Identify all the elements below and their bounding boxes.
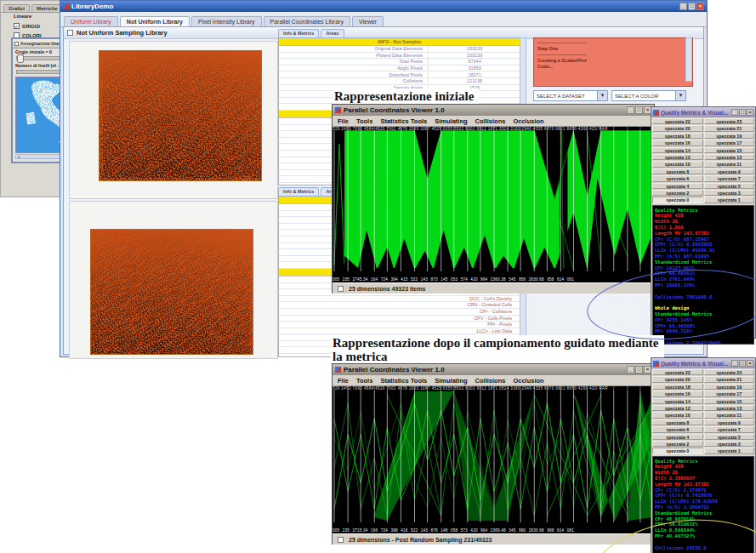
status-checkbox-icon[interactable] (338, 537, 344, 543)
close-icon[interactable]: × (696, 3, 704, 10)
spezzata-button[interactable]: spezzata 14 (652, 147, 703, 153)
spezzata-button[interactable]: spezzata 11 (704, 161, 755, 167)
spezzata-button[interactable]: spezzata 12 (652, 405, 703, 411)
spezzata-button[interactable]: spezzata 1 (704, 197, 755, 202)
spezzata-button[interactable]: spezzata 18 (652, 384, 703, 390)
color-select[interactable]: SELECT A COLOR ▼ (611, 90, 686, 101)
spezzata-button[interactable]: spezzata 0 (652, 197, 703, 202)
table-row[interactable]: CPr - Collisions (279, 309, 520, 316)
minimize-icon[interactable]: _ (627, 366, 634, 373)
chevron-down-icon[interactable]: ▼ (675, 91, 685, 100)
menu-item[interactable]: Statistics Tools (380, 117, 427, 125)
spezzata-button[interactable]: spezzata 8 (652, 168, 703, 174)
menu-item[interactable]: Simulating (435, 117, 467, 125)
table-row[interactable]: CPV - Cells Pixels (279, 316, 520, 322)
scatter-plot-2[interactable] (90, 229, 253, 355)
menu-item[interactable]: Collisions (475, 377, 506, 385)
pc1-titlebar[interactable]: Parallel Coordinates Viewer 1.0 _ □ × (333, 105, 654, 116)
maximize-icon[interactable]: □ (635, 366, 643, 373)
spezzata-button[interactable]: spezzata 20 (652, 376, 703, 382)
spezzata-button[interactable]: spezzata 4 (652, 434, 703, 440)
spezzata-button[interactable]: spezzata 4 (652, 183, 703, 189)
status-checkbox-icon[interactable] (338, 286, 344, 292)
spezzata-button[interactable]: spezzata 10 (652, 161, 703, 167)
maximize-icon[interactable]: □ (688, 3, 696, 10)
panel-tab[interactable]: Metriche (31, 4, 63, 12)
close-icon[interactable]: × (747, 109, 753, 116)
table-row[interactable]: Alight Pixels 31859 (279, 66, 520, 72)
library-tab[interactable]: Not Uniform Library (120, 16, 190, 26)
maximize-icon[interactable]: □ (635, 106, 643, 114)
maximize-icon[interactable]: □ (739, 360, 746, 367)
spezzata-button[interactable]: spezzata 10 (652, 412, 703, 418)
table-row[interactable]: Total Pixels 67344 (279, 59, 520, 66)
table-row[interactable]: Disturbed Pixels 18271 (279, 71, 520, 78)
spezzata-button[interactable]: spezzata 11 (704, 412, 755, 418)
menu-item[interactable]: Tools (356, 377, 372, 385)
spezzata-button[interactable]: spezzata 12 (652, 154, 703, 160)
pc2-titlebar[interactable]: Parallel Coordinates Viewer 1.0 _ □ × (333, 364, 654, 375)
spezzata-button[interactable]: spezzata 20 (652, 125, 703, 131)
spezzata-button[interactable]: spezzata 17 (704, 140, 755, 145)
library-tab[interactable]: Pixel Intensity Library (191, 16, 262, 26)
spezzata-button[interactable]: spezzata 8 (652, 419, 703, 425)
library-tab[interactable]: Viewer (352, 16, 384, 26)
spezzata-button[interactable]: spezzata 23 (704, 118, 755, 124)
spezzata-button[interactable]: spezzata 19 (704, 133, 755, 139)
dataset-select[interactable]: SELECT A DATASET ▼ (533, 90, 608, 101)
slider-thumb[interactable] (17, 54, 24, 63)
menu-item[interactable]: Occlusion (513, 377, 543, 385)
grigio-checkbox[interactable] (14, 23, 20, 29)
pc2-plot[interactable]: 729 2453 7092 4584 4529 7001 4578 2003 1… (333, 386, 654, 533)
spezzata-button[interactable]: spezzata 9 (704, 419, 755, 425)
spezzata-button[interactable]: spezzata 1 (704, 448, 755, 453)
close-icon[interactable]: × (747, 360, 753, 367)
section-tab[interactable]: Areas (321, 29, 344, 37)
menu-item[interactable]: Collisions (475, 117, 506, 125)
spezzata-button[interactable]: spezzata 0 (652, 448, 703, 453)
spezzata-button[interactable]: spezzata 2 (652, 441, 703, 447)
spezzata-button[interactable]: spezzata 19 (704, 384, 755, 390)
spezzata-button[interactable]: spezzata 13 (704, 154, 755, 160)
menu-item[interactable]: Simulating (435, 377, 467, 385)
pc1-plot[interactable]: 729 2453 7092 4584 4529 7001 4578 2003 1… (333, 127, 654, 282)
spezzata-button[interactable]: spezzata 21 (704, 125, 755, 131)
spezzata-button[interactable]: spezzata 22 (652, 369, 703, 375)
menu-item[interactable]: Statistics Tools (380, 377, 427, 385)
table-row[interactable]: PPr - Pixels (279, 322, 520, 328)
menu-item[interactable]: File (338, 117, 349, 125)
minimize-icon[interactable]: _ (731, 360, 738, 367)
section-tab[interactable]: Info & Metrics (278, 187, 319, 196)
spezzata-button[interactable]: spezzata 18 (652, 133, 703, 139)
panel-checkbox-icon[interactable] (67, 30, 73, 36)
librarydemo-titlebar[interactable]: LibraryDemo _ □ × (60, 1, 707, 12)
spezzata-button[interactable]: spezzata 2 (652, 190, 703, 196)
table-row[interactable]: Plotted Data Elements 153139 (279, 53, 520, 60)
qm2-titlebar[interactable]: Quality Metrics & Visual... _ □ × (651, 358, 755, 368)
table-row[interactable]: CRN - Crowded Cells (279, 302, 520, 309)
table-row[interactable]: LLCn - Lost Data (279, 328, 520, 335)
maximize-icon[interactable]: □ (739, 109, 746, 116)
spezzata-button[interactable]: spezzata 3 (704, 441, 755, 447)
spezzata-button[interactable]: spezzata 22 (652, 118, 703, 124)
spezzata-button[interactable]: spezzata 16 (652, 391, 703, 396)
spezzata-button[interactable]: spezzata 17 (704, 391, 755, 396)
spezzata-button[interactable]: spezzata 7 (704, 175, 755, 181)
library-tab[interactable]: Parallel Coordinates Library (264, 16, 350, 26)
spezzata-button[interactable]: spezzata 7 (704, 426, 755, 432)
spezzata-button[interactable]: spezzata 3 (704, 190, 755, 196)
spezzata-button[interactable]: spezzata 15 (704, 147, 755, 153)
spezzata-button[interactable]: spezzata 16 (652, 140, 703, 145)
menu-item[interactable]: Tools (356, 117, 372, 125)
minimize-icon[interactable]: _ (731, 109, 738, 116)
table-row[interactable]: Original Data Elements 153139 (279, 46, 520, 53)
minimize-icon[interactable]: _ (627, 106, 634, 114)
library-tab[interactable]: Uniform Library (64, 16, 118, 26)
spezzata-button[interactable]: spezzata 23 (704, 369, 755, 375)
table-row[interactable]: Collisions 121138 (279, 78, 520, 85)
menu-item[interactable]: File (338, 377, 349, 385)
menu-item[interactable]: Occlusion (513, 117, 543, 125)
spezzata-button[interactable]: spezzata 13 (704, 405, 755, 411)
spezzata-button[interactable]: spezzata 5 (704, 183, 755, 189)
spezzata-button[interactable]: spezzata 6 (652, 426, 703, 432)
